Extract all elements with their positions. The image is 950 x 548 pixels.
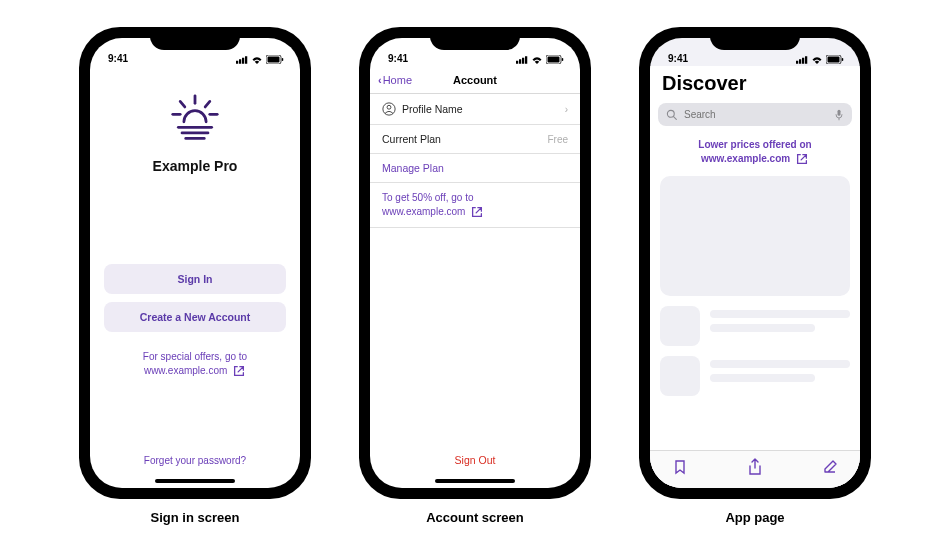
svg-line-32 <box>674 117 677 120</box>
battery-icon <box>546 55 564 64</box>
signal-icon <box>236 56 248 64</box>
svg-rect-16 <box>519 59 521 64</box>
svg-rect-24 <box>796 60 798 63</box>
notch <box>430 28 520 50</box>
search-icon <box>666 109 677 120</box>
price-promo-link[interactable]: Lower prices offered on www.example.com <box>650 132 860 176</box>
svg-rect-6 <box>282 58 284 61</box>
external-link-icon <box>795 152 809 166</box>
notch <box>150 28 240 50</box>
search-input[interactable] <box>658 103 852 126</box>
profile-row[interactable]: Profile Name › <box>370 94 580 125</box>
device-frame: 9:41 ‹ Home Account Profile Na <box>360 28 590 498</box>
external-link-icon <box>232 364 246 378</box>
bookmark-icon[interactable] <box>672 459 688 475</box>
nav-bar: ‹ Home Account <box>370 66 580 94</box>
svg-point-23 <box>387 105 391 109</box>
person-icon <box>382 102 396 116</box>
device-frame: 9:41 <box>80 28 310 498</box>
home-indicator <box>435 479 515 483</box>
special-offer-link[interactable]: For special offers, go to www.example.co… <box>125 350 265 378</box>
status-time: 9:41 <box>668 53 688 64</box>
discount-promo-link[interactable]: To get 50% off, go to www.example.com <box>370 183 580 228</box>
svg-rect-1 <box>239 59 241 64</box>
signin-screen: 9:41 <box>90 38 300 488</box>
svg-rect-26 <box>802 57 804 63</box>
caption: Account screen <box>426 510 524 525</box>
share-icon[interactable] <box>747 458 763 476</box>
svg-rect-27 <box>805 56 807 64</box>
current-plan-row: Current Plan Free <box>370 125 580 154</box>
discover-screen: 9:41 Discover Lower prices offered on <box>650 38 860 488</box>
status-time: 9:41 <box>388 53 408 64</box>
thumb-placeholder <box>660 306 700 346</box>
account-screen: 9:41 ‹ Home Account Profile Na <box>370 38 580 488</box>
chevron-left-icon: ‹ <box>378 74 382 86</box>
list-item <box>660 356 850 396</box>
svg-rect-15 <box>516 60 518 63</box>
notch <box>710 28 800 50</box>
svg-line-9 <box>205 101 210 107</box>
svg-rect-33 <box>838 109 841 115</box>
wifi-icon <box>811 55 823 64</box>
caption: Sign in screen <box>151 510 240 525</box>
create-account-button[interactable]: Create a New Account <box>104 302 286 332</box>
mic-icon[interactable] <box>834 109 844 121</box>
svg-rect-30 <box>842 58 844 61</box>
svg-rect-20 <box>548 57 560 63</box>
svg-rect-17 <box>522 57 524 63</box>
plan-value: Free <box>547 134 568 145</box>
manage-plan-link[interactable]: Manage Plan <box>370 154 580 183</box>
bottom-toolbar <box>650 450 860 488</box>
status-time: 9:41 <box>108 53 128 64</box>
forgot-password-link[interactable]: Forget your password? <box>90 455 300 488</box>
home-indicator <box>155 479 235 483</box>
app-logo-icon <box>167 94 223 144</box>
external-link-icon <box>470 205 484 219</box>
svg-rect-21 <box>562 58 564 61</box>
svg-rect-2 <box>242 57 244 63</box>
wifi-icon <box>531 55 543 64</box>
back-button[interactable]: ‹ Home <box>378 74 412 86</box>
battery-icon <box>266 55 284 64</box>
svg-rect-0 <box>236 60 238 63</box>
signal-icon <box>796 56 808 64</box>
svg-line-8 <box>180 101 185 107</box>
svg-rect-3 <box>245 56 247 64</box>
svg-rect-25 <box>799 59 801 64</box>
caption: App page <box>725 510 784 525</box>
device-frame: 9:41 Discover Lower prices offered on <box>640 28 870 498</box>
wifi-icon <box>251 55 263 64</box>
compose-icon[interactable] <box>822 459 838 475</box>
chevron-right-icon: › <box>565 104 568 115</box>
list-item <box>660 306 850 346</box>
sign-in-button[interactable]: Sign In <box>104 264 286 294</box>
search-field[interactable] <box>682 108 829 121</box>
battery-icon <box>826 55 844 64</box>
page-title: Discover <box>662 72 848 95</box>
svg-rect-5 <box>268 57 280 63</box>
content-placeholder <box>660 176 850 296</box>
svg-rect-18 <box>525 56 527 64</box>
app-title: Example Pro <box>153 158 238 174</box>
signal-icon <box>516 56 528 64</box>
thumb-placeholder <box>660 356 700 396</box>
nav-title: Account <box>453 74 497 86</box>
svg-rect-29 <box>828 57 840 63</box>
